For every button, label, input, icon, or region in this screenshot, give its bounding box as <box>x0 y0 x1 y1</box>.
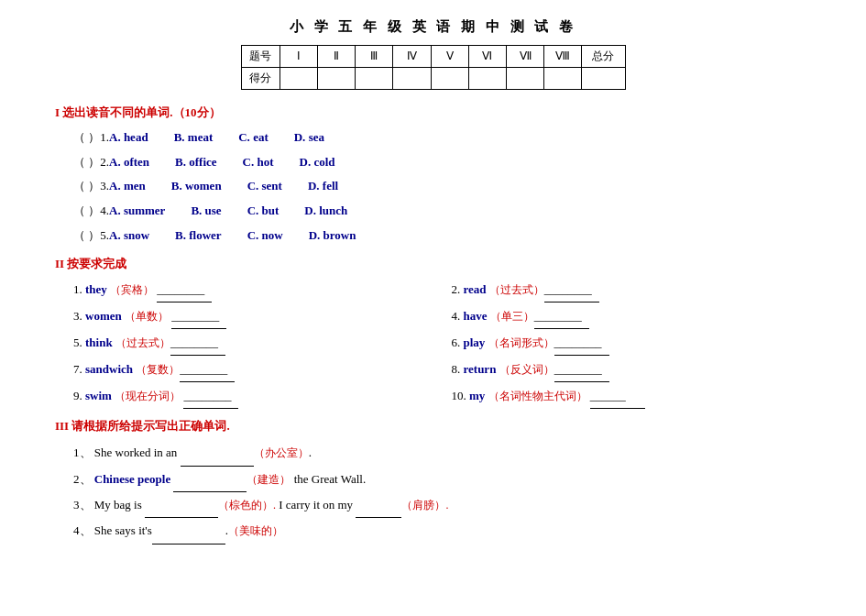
score-col-2: Ⅱ <box>318 46 356 68</box>
score-val-1 <box>280 68 317 90</box>
score-val-6 <box>468 68 506 90</box>
q1-row: （ ）1. A. head B. meat C. eat D. sea <box>55 126 811 149</box>
s2-item-6: 6. play （名词形式）________ <box>452 331 812 356</box>
q3-choiceD: D. fell <box>308 175 338 198</box>
q5-row: （ ）5. A. snow B. flower C. now D. brown <box>55 225 811 248</box>
score-table-header-label: 题号 <box>241 46 280 68</box>
page-title: 小 学 五 年 级 英 语 期 中 测 试 卷 <box>55 18 811 36</box>
score-val-7 <box>507 68 544 90</box>
section2-grid: 1. they （宾格） ________ 2. read （过去式）_____… <box>55 278 811 409</box>
score-val-3 <box>356 68 393 90</box>
q2-row: （ ）2. A. often B. office C. hot D. cold <box>55 151 811 174</box>
score-col-1: Ⅰ <box>280 46 317 68</box>
q5-choiceA: A. snow <box>109 225 149 248</box>
score-col-total: 总分 <box>582 46 625 68</box>
score-col-3: Ⅲ <box>356 46 393 68</box>
q5-choiceB: B. flower <box>175 225 222 248</box>
q4-row: （ ）4. A. summer B. use C. but D. lunch <box>55 200 811 223</box>
q1-choiceD: D. sea <box>294 126 324 149</box>
q3-choiceB: B. women <box>171 175 222 198</box>
score-col-4: Ⅳ <box>393 46 431 68</box>
q2-choiceD: D. cold <box>300 151 335 174</box>
q4-choiceD: D. lunch <box>304 200 347 223</box>
q3-choiceC: C. sent <box>247 175 282 198</box>
section2-title: II 按要求完成 <box>55 256 811 272</box>
score-val-5 <box>431 68 468 90</box>
score-val-8 <box>544 68 582 90</box>
s2-item-10: 10. my （名词性物主代词） ______ <box>452 384 812 409</box>
s2-item-2: 2. read （过去式）________ <box>452 278 812 302</box>
section3-title: III 请根据所给提示写出正确单词. <box>55 418 811 434</box>
q4-choiceC: C. but <box>247 200 280 223</box>
s3-item-2: 2、 Chinese people （建造） the Great Wall. <box>55 467 811 492</box>
q5-choiceD: D. brown <box>309 225 356 248</box>
q5-choices: A. snow B. flower C. now D. brown <box>109 225 356 248</box>
q4-choiceB: B. use <box>191 200 221 223</box>
s2-item-5: 5. think （过去式）________ <box>73 331 433 356</box>
q2-choices: A. often B. office C. hot D. cold <box>109 151 335 174</box>
q1-choiceB: B. meat <box>174 126 214 149</box>
score-col-7: Ⅶ <box>507 46 544 68</box>
q1-choiceA: A. head <box>109 126 148 149</box>
q1-num: （ ）1. <box>73 126 109 149</box>
q1-choices: A. head B. meat C. eat D. sea <box>109 126 324 149</box>
score-val-2 <box>318 68 356 90</box>
q2-choiceA: A. often <box>109 151 149 174</box>
score-col-5: Ⅴ <box>431 46 468 68</box>
s3-item-1: 1、 She worked in an （办公室）. <box>55 440 811 466</box>
score-col-6: Ⅵ <box>468 46 506 68</box>
q3-choices: A. men B. women C. sent D. fell <box>109 175 338 198</box>
s2-item-8: 8. return （反义词）________ <box>452 358 812 382</box>
q5-choiceC: C. now <box>247 225 283 248</box>
s3-item-4: 4、 She says it's .（美味的） <box>55 518 811 544</box>
s2-item-3: 3. women （单数） ________ <box>73 304 433 329</box>
score-table-score-label: 得分 <box>241 68 280 90</box>
q2-num: （ ）2. <box>73 151 109 174</box>
s3-item-3: 3、 My bag is （棕色的）. I carry it on my （肩膀… <box>55 492 811 518</box>
score-val-4 <box>393 68 431 90</box>
q4-num: （ ）4. <box>73 200 109 223</box>
q3-choiceA: A. men <box>109 175 146 198</box>
section1-questions: （ ）1. A. head B. meat C. eat D. sea （ ）2… <box>55 126 811 247</box>
q5-num: （ ）5. <box>73 225 109 248</box>
section1-title: I 选出读音不同的单词.（10分） <box>55 104 811 121</box>
q4-choices: A. summer B. use C. but D. lunch <box>109 200 347 223</box>
q3-num: （ ）3. <box>73 175 109 198</box>
s2-item-1: 1. they （宾格） ________ <box>73 278 433 302</box>
score-col-8: Ⅷ <box>544 46 582 68</box>
q2-choiceB: B. office <box>175 151 216 174</box>
q3-row: （ ）3. A. men B. women C. sent D. fell <box>55 175 811 198</box>
q4-choiceA: A. summer <box>109 200 165 223</box>
score-table: 题号 Ⅰ Ⅱ Ⅲ Ⅳ Ⅴ Ⅵ Ⅶ Ⅷ 总分 得分 <box>241 45 626 90</box>
s2-item-9: 9. swim （现在分词） ________ <box>73 384 433 409</box>
q2-choiceC: C. hot <box>243 151 274 174</box>
s2-item-4: 4. have （单三）________ <box>452 304 812 329</box>
score-val-total <box>582 68 625 90</box>
s2-item-7: 7. sandwich （复数）________ <box>73 358 433 382</box>
q1-choiceC: C. eat <box>238 126 269 149</box>
